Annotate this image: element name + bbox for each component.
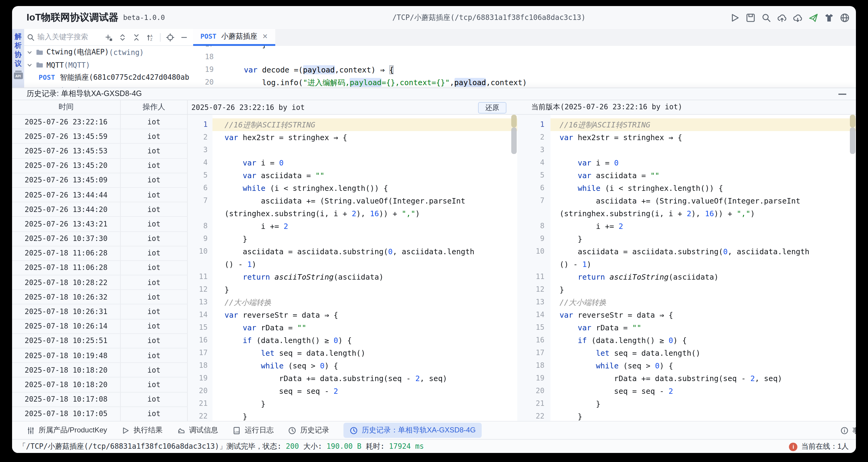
scrollbar[interactable] (509, 115, 517, 421)
cloud-upload-icon[interactable] (777, 12, 787, 23)
play-icon (122, 426, 130, 435)
info-icon[interactable] (840, 426, 849, 435)
line-number: 20 (188, 385, 213, 397)
line-number: 12 (517, 283, 551, 296)
line-number: 22 (188, 410, 213, 421)
svg-text:A: A (150, 34, 153, 37)
history-row[interactable]: 2025-07-18 10:17:08 iot (12, 392, 188, 407)
code-line: 14 var reverseStr = data ⇒ { (517, 309, 856, 321)
minus-icon[interactable] (180, 33, 188, 41)
history-row[interactable]: 2025-07-18 10:18:20 iot (12, 363, 188, 377)
line-number: 16 (188, 334, 213, 347)
history-row[interactable]: 2025-07-18 10:26:14 iot (12, 319, 188, 334)
history-row[interactable]: 2025-07-18 10:26:32 iot (12, 290, 188, 305)
line-number: 8 (517, 220, 551, 232)
history-time: 2025-07-26 13:44:20 (12, 202, 121, 216)
restore-button[interactable]: 还原 (478, 102, 506, 113)
line-number: 10 (188, 245, 213, 258)
save-icon[interactable] (745, 12, 756, 23)
history-operator: iot (121, 392, 188, 406)
code-line: 18 (193, 51, 856, 63)
theme-shirt-icon[interactable] (824, 12, 834, 23)
tab-xiaomogu-socket[interactable]: POST 小蘑菇插座 ✕ (193, 29, 275, 46)
code-line: 8 i += 2 (188, 220, 517, 232)
history-operator: iot (121, 334, 188, 348)
close-icon[interactable]: ✕ (262, 33, 268, 40)
history-time: 2025-07-26 13:43:21 (12, 217, 121, 231)
page-title: IoT物联网协议调试器 (27, 11, 118, 24)
api-icon[interactable]: API (13, 73, 23, 79)
line-number: 5 (188, 169, 213, 182)
folder-icon (36, 48, 43, 56)
code-editor[interactable]: 17 } 18 19 var decode =(payload,context)… (193, 46, 856, 88)
globe-icon[interactable] (840, 12, 850, 23)
tree-item-folder[interactable]: TCP(tcp) (24, 84, 193, 88)
history-row[interactable]: 2025-07-26 23:22:16 iot (12, 115, 188, 129)
code-line: () - 1) (188, 258, 517, 270)
history-row[interactable]: 2025-07-18 10:28:22 iot (12, 276, 188, 290)
tool-item[interactable]: 调试信息 (177, 425, 218, 435)
history-row[interactable]: 2025-07-26 13:44:20 iot (12, 202, 188, 217)
tree-item-folder[interactable]: Ctwing(电信AEP)(ctwing) (24, 46, 193, 59)
history-row[interactable]: 2025-07-26 13:45:20 iot (12, 158, 188, 173)
history-row[interactable]: 2025-07-26 10:37:30 iot (12, 232, 188, 246)
history-row[interactable]: 2025-07-18 10:25:51 iot (12, 334, 188, 348)
tree-tools: AZ (104, 33, 188, 41)
tool-item[interactable]: 执行结果 (122, 425, 163, 435)
status-bar: 「/TCP/小蘑菇插座(/tcp/68831a1f38fc106a8dac3c1… (12, 439, 856, 453)
scrollbar[interactable] (848, 115, 856, 421)
tool-item[interactable]: LOG运行日志 (233, 425, 274, 435)
code-line: 3 (188, 144, 517, 156)
search-icon[interactable] (761, 12, 771, 23)
line-number: 14 (517, 309, 551, 321)
search-input[interactable]: 输入关键字搜索 (37, 32, 104, 42)
history-row[interactable]: 2025-07-18 11:06:28 iot (12, 261, 188, 276)
unfold-icon[interactable] (118, 33, 127, 41)
sidebar-rail[interactable]: 解析协议 API (12, 29, 24, 88)
diff-right-code: 1 //16进制ASCII转STRING 2 var hex2str = str… (517, 118, 856, 421)
app-window: IoT物联网协议调试器 beta-1.0.0 /TCP/小蘑菇插座(/tcp/6… (12, 6, 856, 453)
debug-icon (177, 426, 186, 435)
tool-item[interactable]: 所属产品/ProductKey (27, 425, 107, 435)
add-icon[interactable] (104, 33, 113, 41)
code-line: 21 } (188, 397, 517, 410)
divider (160, 33, 161, 41)
tab-label: 小蘑菇插座 (221, 31, 257, 42)
history-row[interactable]: 2025-07-18 10:26:31 iot (12, 305, 188, 319)
chevron-down-icon[interactable] (26, 49, 33, 56)
toolbar-right[interactable]: 事 (840, 422, 856, 440)
tree-item-folder[interactable]: MQTT(MQTT) (24, 59, 193, 71)
code-line: (stringhex.substring(i, i + 2), 16)) + "… (188, 207, 517, 220)
play-icon[interactable] (730, 12, 740, 23)
history-row[interactable]: 2025-07-18 10:19:48 iot (12, 348, 188, 363)
fold-icon[interactable] (132, 33, 141, 41)
history-row[interactable]: 2025-07-18 10:17:05 iot (12, 407, 188, 421)
sort-az-icon[interactable]: AZ (146, 33, 155, 41)
diff-left-pane[interactable]: 1 //16进制ASCII转STRING 2 var hex2str = str… (188, 115, 517, 421)
diff-right-header: 当前版本(2025-07-26 23:22:16 by iot) (517, 100, 856, 114)
line-number: 22 (517, 410, 551, 421)
code-line: 6 while (i < stringhex.length()) { (517, 182, 856, 195)
send-icon[interactable] (808, 12, 818, 23)
tree-item-request[interactable]: POST 智能插座(681c0775c2dc427d0480ab (24, 71, 193, 84)
cloud-download-icon[interactable] (793, 12, 803, 23)
chevron-down-icon[interactable] (26, 61, 33, 68)
minimize-icon[interactable] (838, 94, 846, 95)
line-number: 9 (188, 232, 213, 245)
code-line: 18 while (seq > 0) { (517, 359, 856, 372)
locate-icon[interactable] (166, 33, 175, 41)
history-row[interactable]: 2025-07-26 13:44:44 iot (12, 188, 188, 202)
history-row[interactable]: 2025-07-18 11:06:28 iot (12, 246, 188, 261)
history-row[interactable]: 2025-07-26 13:45:53 iot (12, 144, 188, 158)
tool-item[interactable]: 历史记录 (288, 425, 329, 435)
app-title: IoT物联网协议调试器 beta-1.0.0 (27, 6, 165, 29)
sliders-icon (27, 426, 35, 435)
code-line: 10 asciidata = asciidata.substring(0, as… (188, 245, 517, 258)
history-row[interactable]: 2025-07-26 13:45:59 iot (12, 129, 188, 144)
tool-active-history[interactable]: 历史记录：单相导轨XA-GXSD8-4G (344, 423, 482, 438)
history-row[interactable]: 2025-07-18 10:18:20 iot (12, 378, 188, 392)
history-operator: iot (121, 378, 188, 392)
history-row[interactable]: 2025-07-26 13:45:09 iot (12, 173, 188, 188)
history-row[interactable]: 2025-07-26 13:43:21 iot (12, 217, 188, 232)
diff-right-pane[interactable]: 1 //16进制ASCII转STRING 2 var hex2str = str… (517, 115, 856, 421)
